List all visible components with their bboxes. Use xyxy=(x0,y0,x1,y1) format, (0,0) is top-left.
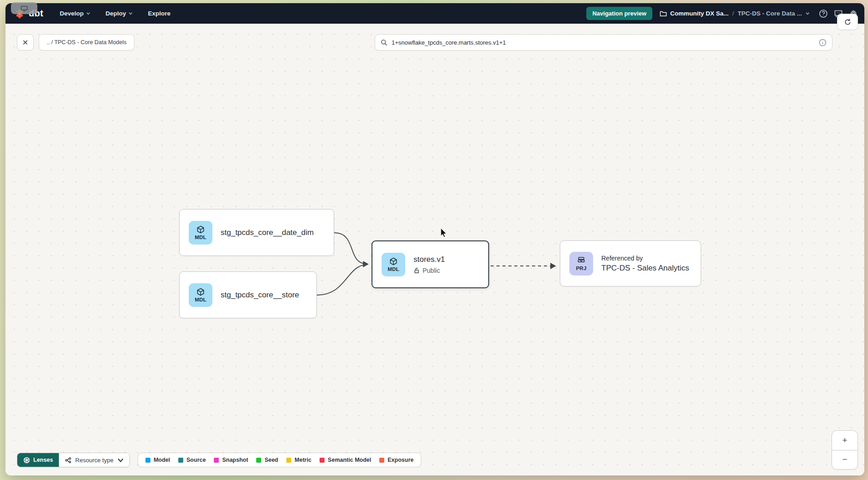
unlock-icon xyxy=(413,267,420,274)
project-badge: PRJ xyxy=(569,252,593,276)
menu-explore[interactable]: Explore xyxy=(148,10,171,17)
legend-item-model: Model xyxy=(145,457,170,463)
node-access-row: Public xyxy=(413,267,445,274)
breadcrumb-project[interactable]: TPC-DS - Core Data ... xyxy=(738,10,802,17)
lenses-button[interactable]: Lenses xyxy=(17,453,59,467)
legend-swatch xyxy=(379,458,384,463)
graph-toolbar: ✕ .. / TPC-DS - Core Data Models xyxy=(17,34,134,51)
lineage-canvas[interactable]: MDL stg_tpcds_core__date_dim MDL stg_tpc… xyxy=(5,24,864,475)
breadcrumb: Community DX Sa... / TPC-DS - Core Data … xyxy=(660,10,810,17)
main-menu: Develop Deploy Explore xyxy=(60,10,170,17)
mouse-cursor xyxy=(440,228,448,239)
cube-icon xyxy=(389,257,398,266)
legend-swatch xyxy=(145,458,150,463)
breadcrumb-separator: / xyxy=(732,10,734,17)
navigation-preview-badge[interactable]: Navigation preview xyxy=(586,7,652,20)
legend-label: Metric xyxy=(294,457,311,463)
model-badge: MDL xyxy=(382,253,405,276)
close-lineage-button[interactable]: ✕ xyxy=(17,34,34,51)
legend-item-metric: Metric xyxy=(286,457,311,463)
legend-label: Model xyxy=(154,457,170,463)
node-text: stores.v1 Public xyxy=(413,255,445,274)
node-referenced-by-sales-analytics[interactable]: PRJ Referenced by TPC-DS - Sales Analyti… xyxy=(560,240,701,286)
zoom-controls: + − xyxy=(832,430,858,470)
lens-control-group: Lenses Resource type xyxy=(17,453,130,467)
node-label: stg_tpcds_core__date_dim xyxy=(221,228,314,237)
resource-type-legend: Model Source Snapshot Seed Metric Semant… xyxy=(138,453,421,467)
node-label: stg_tpcds_core__store xyxy=(221,291,299,300)
topnav-right: Navigation preview Community DX Sa... / … xyxy=(586,7,858,20)
lineage-path-chip[interactable]: .. / TPC-DS - Core Data Models xyxy=(39,34,134,51)
badge-code: MDL xyxy=(388,266,399,272)
chevron-down-icon xyxy=(86,11,90,15)
info-icon[interactable] xyxy=(819,39,827,46)
help-icon[interactable] xyxy=(819,9,828,18)
legend-swatch xyxy=(320,458,325,463)
refresh-lineage-button[interactable] xyxy=(837,14,858,30)
screen-share-overlay-chip xyxy=(11,2,37,14)
lens-aperture-icon xyxy=(23,457,30,464)
badge-code: MDL xyxy=(195,297,207,302)
resource-graph-icon xyxy=(65,457,72,464)
menu-explore-label: Explore xyxy=(148,10,171,17)
legend-swatch xyxy=(286,458,291,463)
legend-item-source: Source xyxy=(178,457,206,463)
node-label: stores.v1 xyxy=(413,255,445,264)
legend-item-semantic-model: Semantic Model xyxy=(320,457,371,463)
legend-swatch xyxy=(214,458,219,463)
legend-label: Seed xyxy=(264,457,278,463)
legend-label: Semantic Model xyxy=(328,457,371,463)
legend-label: Snapshot xyxy=(222,457,248,463)
legend-swatch xyxy=(256,458,261,463)
cube-icon xyxy=(196,287,205,296)
chevron-down-icon[interactable] xyxy=(806,11,810,15)
menu-develop-label: Develop xyxy=(60,10,84,17)
monitor-icon xyxy=(21,5,28,11)
node-stg-tpcds-core-date-dim[interactable]: MDL stg_tpcds_core__date_dim xyxy=(179,209,334,256)
cube-icon xyxy=(196,225,205,234)
menu-develop[interactable]: Develop xyxy=(60,10,90,17)
legend-item-snapshot: Snapshot xyxy=(214,457,248,463)
breadcrumb-account-label: Community DX Sa... xyxy=(670,10,728,17)
menu-deploy[interactable]: Deploy xyxy=(106,10,133,17)
zoom-in-button[interactable]: + xyxy=(832,431,858,450)
badge-code: MDL xyxy=(195,235,207,240)
chevron-down-icon xyxy=(129,11,133,15)
access-label: Public xyxy=(423,267,440,274)
project-name-label: TPC-DS - Sales Analytics xyxy=(601,264,689,273)
node-stg-tpcds-core-store[interactable]: MDL stg_tpcds_core__store xyxy=(179,271,317,318)
legend-swatch xyxy=(178,458,183,463)
lineage-selector-input[interactable] xyxy=(392,39,815,46)
resource-type-label: Resource type xyxy=(75,457,114,464)
canvas-footer-controls: Lenses Resource type Model Source Snapsh… xyxy=(17,453,421,467)
model-badge: MDL xyxy=(189,283,212,307)
legend-label: Exposure xyxy=(388,457,413,463)
model-badge: MDL xyxy=(189,221,212,245)
legend-label: Source xyxy=(186,457,206,463)
search-icon xyxy=(381,39,388,46)
node-stores-v1[interactable]: MDL stores.v1 Public xyxy=(372,240,489,288)
refresh-icon xyxy=(844,18,852,26)
lenses-label: Lenses xyxy=(33,457,53,463)
legend-item-exposure: Exposure xyxy=(379,457,413,463)
badge-code: PRJ xyxy=(576,266,587,271)
chevron-down-icon xyxy=(117,457,124,464)
lineage-search-bar[interactable] xyxy=(375,34,832,51)
legend-item-seed: Seed xyxy=(256,457,278,463)
zoom-out-button[interactable]: − xyxy=(832,450,858,470)
menu-deploy-label: Deploy xyxy=(106,10,126,17)
top-navigation-bar: dbt Develop Deploy Explore Navigation pr… xyxy=(5,3,864,24)
folder-icon xyxy=(660,10,667,17)
app-window: dbt Develop Deploy Explore Navigation pr… xyxy=(5,3,864,475)
resource-type-button[interactable]: Resource type xyxy=(59,453,129,467)
referenced-by-label: Referenced by xyxy=(601,255,689,262)
archive-stack-icon xyxy=(577,256,586,265)
node-text: Referenced by TPC-DS - Sales Analytics xyxy=(601,255,689,273)
breadcrumb-account[interactable]: Community DX Sa... xyxy=(660,10,728,17)
